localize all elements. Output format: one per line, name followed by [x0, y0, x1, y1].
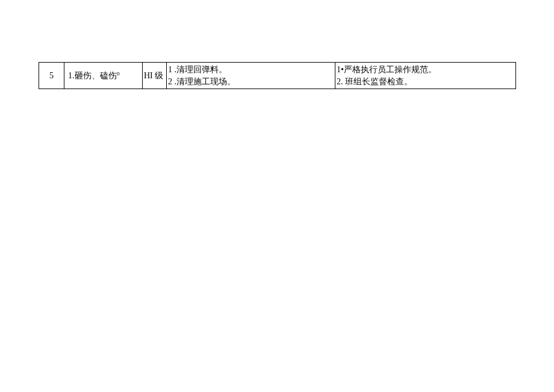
risk-table: 5 1.砸伤、磕伤° HI 级 1 .清理回弹料。 2 .清理施工现场。 1•严…: [39, 62, 516, 89]
cell-operation: 1 .清理回弹料。 2 .清理施工现场。: [167, 63, 335, 89]
document-table: 5 1.砸伤、磕伤° HI 级 1 .清理回弹料。 2 .清理施工现场。 1•严…: [39, 62, 516, 89]
cell-measure: 1•严格执行员工操作规范。 2. 班组长监督检查。: [335, 63, 516, 89]
cell-number: 5: [39, 63, 64, 89]
cell-level: HI 级: [143, 63, 167, 89]
cell-hazard: 1.砸伤、磕伤°: [64, 63, 143, 89]
table-row: 5 1.砸伤、磕伤° HI 级 1 .清理回弹料。 2 .清理施工现场。 1•严…: [39, 63, 516, 89]
